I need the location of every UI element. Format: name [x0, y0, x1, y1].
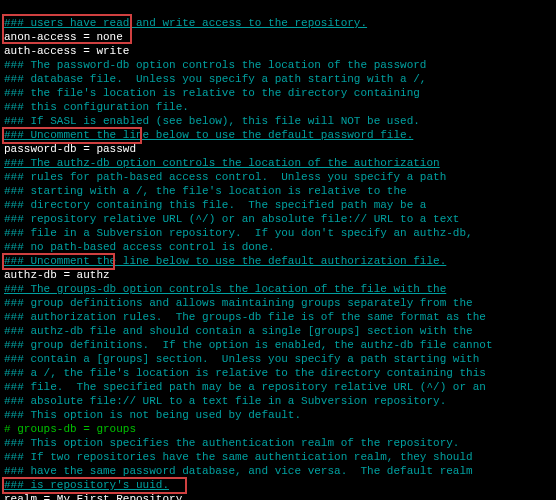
config-comment: ### contain a [groups] section. Unless y…: [4, 353, 479, 365]
config-comment: ### group definitions and allows maintai…: [4, 297, 473, 309]
config-comment: ### is repository's uuid.: [4, 479, 169, 491]
config-line-auth-access: auth-access = write: [4, 45, 129, 57]
config-comment: ### This option specifies the authentica…: [4, 437, 459, 449]
config-comment: ### The groups-db option controls the lo…: [4, 283, 446, 295]
terminal-window[interactable]: ### users have read and write access to …: [0, 0, 556, 500]
config-comment: ### database file. Unless you specify a …: [4, 73, 426, 85]
config-comment: ### This option is not being used by def…: [4, 409, 301, 421]
config-comment: ### If two repositories have the same au…: [4, 451, 473, 463]
config-comment: ### The authz-db option controls the loc…: [4, 157, 440, 169]
config-comment: ### a /, the file's location is relative…: [4, 367, 486, 379]
config-line-password-db: password-db = passwd: [4, 143, 136, 155]
config-comment: ### file. The specified path may be a re…: [4, 381, 486, 393]
config-comment: ### the file's location is relative to t…: [4, 87, 420, 99]
config-comment: ### repository relative URL (^/) or an a…: [4, 213, 459, 225]
config-comment: ### If SASL is enabled (see below), this…: [4, 115, 420, 127]
config-comment: ### group definitions. If the option is …: [4, 339, 492, 351]
config-comment: ### absolute file:// URL to a text file …: [4, 395, 446, 407]
config-comment: ### Uncomment the line below to use the …: [4, 255, 446, 267]
config-line-anon-access: anon-access = none: [4, 31, 123, 43]
config-comment: ### rules for path-based access control.…: [4, 171, 446, 183]
config-comment: ### The password-db option controls the …: [4, 59, 426, 71]
config-comment: ### Uncomment the line below to use the …: [4, 129, 413, 141]
config-line-authz-db: authz-db = authz: [4, 269, 110, 281]
config-comment: ### file in a Subversion repository. If …: [4, 227, 473, 239]
config-comment: ### no path-based access control is done…: [4, 241, 275, 253]
config-comment: ### this configuration file.: [4, 101, 189, 113]
config-comment: ### starting with a /, the file's locati…: [4, 185, 407, 197]
config-comment: ### directory containing this file. The …: [4, 199, 426, 211]
terminal-content: ### users have read and write access to …: [0, 0, 556, 500]
config-commented-line-groups-db: # groups-db = groups: [4, 423, 136, 435]
config-line-realm: realm = My First Repository: [4, 493, 182, 500]
config-comment: ### authorization rules. The groups-db f…: [4, 311, 486, 323]
config-comment: ### users have read and write access to …: [4, 17, 367, 29]
config-comment: ### have the same password database, and…: [4, 465, 473, 477]
config-comment: ### authz-db file and should contain a s…: [4, 325, 473, 337]
